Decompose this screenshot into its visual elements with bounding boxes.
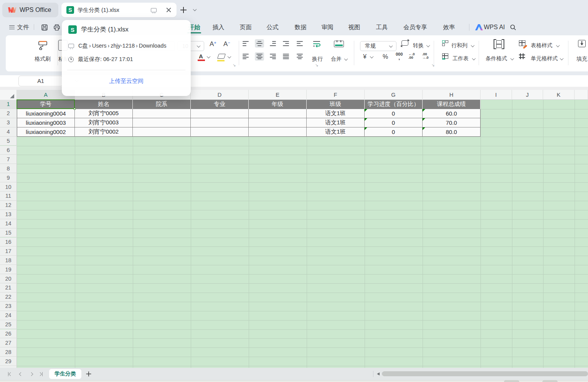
row-header-16[interactable]: 16 [0, 238, 17, 247]
row-header-15[interactable]: 15 [0, 228, 17, 238]
align-justify-icon[interactable] [281, 52, 291, 61]
row-header-11[interactable]: 11 [0, 192, 17, 201]
menu-tab-会员专享[interactable]: 会员专享 [403, 20, 427, 35]
cell-C2[interactable] [133, 109, 191, 118]
fill-label[interactable]: 填充 [576, 56, 587, 63]
fill-icon[interactable] [578, 40, 586, 47]
column-header-E[interactable]: E [249, 90, 307, 100]
row-header-14[interactable]: 14 [0, 219, 17, 228]
convert-label[interactable]: 转换 [413, 42, 424, 49]
row-header-25[interactable]: 25 [0, 320, 17, 329]
row-header-1[interactable]: 1 [0, 100, 17, 109]
rows-columns-label[interactable]: 行和列 [451, 42, 467, 49]
menu-tab-插入[interactable]: 插入 [213, 20, 225, 35]
column-header-J[interactable]: J [512, 90, 543, 100]
column-header-H[interactable]: H [423, 90, 481, 100]
cell-F2[interactable]: 语文1班 [307, 109, 365, 118]
wrap-text-icon[interactable] [312, 40, 321, 47]
cell-D4[interactable] [191, 127, 249, 137]
wrap-text-label[interactable]: 换行 [312, 56, 323, 63]
increase-decimal-icon[interactable]: ←.0.00 [408, 53, 415, 60]
row-header-22[interactable]: 22 [0, 293, 17, 302]
wps-ai-label[interactable]: WPS AI [484, 20, 505, 35]
valign-bottom-icon[interactable] [268, 39, 277, 48]
search-icon[interactable] [510, 20, 517, 35]
cell-name-box[interactable]: A1 [18, 76, 63, 86]
cell-H3[interactable]: 70.0 [423, 118, 481, 127]
number-group-expander-icon[interactable]: ↘ [431, 63, 434, 67]
align-left-icon[interactable] [241, 52, 250, 61]
row-header-21[interactable]: 21 [0, 283, 17, 293]
next-sheet-icon[interactable] [27, 368, 35, 380]
percent-format-icon[interactable]: % [383, 53, 388, 60]
align-distributed-icon[interactable] [295, 52, 304, 61]
row-header-6[interactable]: 6 [0, 146, 17, 155]
first-sheet-icon[interactable] [6, 368, 14, 380]
format-painter-icon[interactable] [37, 40, 49, 51]
wps-ai-icon[interactable] [475, 20, 483, 35]
worksheet-label[interactable]: 工作表 [453, 55, 469, 62]
cell-A2[interactable]: liuxiaoning0004 [17, 109, 75, 118]
worksheet-icon[interactable] [442, 53, 448, 59]
align-group-expander-icon[interactable]: ↘ [315, 63, 318, 67]
currency-format-icon[interactable]: ¥ [363, 53, 367, 60]
valign-middle-icon[interactable] [255, 39, 264, 48]
column-header-F[interactable]: F [307, 90, 365, 100]
dropdown-chevron-icon[interactable] [197, 44, 201, 48]
menu-tab-页面[interactable]: 页面 [240, 20, 252, 35]
row-header-7[interactable]: 7 [0, 155, 17, 164]
table-header-cell[interactable]: 院系 [133, 100, 191, 109]
wps-office-menu[interactable]: WPS Office [2, 3, 58, 17]
row-header-17[interactable]: 17 [0, 246, 17, 256]
cell-E3[interactable] [249, 118, 307, 127]
convert-icon[interactable] [401, 40, 408, 46]
add-sheet-icon[interactable] [85, 368, 92, 380]
thousands-format-icon[interactable]: 000, [396, 53, 403, 60]
row-header-2[interactable]: 2 [0, 109, 17, 118]
cell-C3[interactable] [133, 118, 191, 127]
conditional-format-icon[interactable] [494, 39, 504, 49]
align-center-icon[interactable] [255, 52, 264, 61]
sheet-tab[interactable]: 学生分类 [49, 369, 81, 379]
print-icon[interactable] [54, 20, 60, 35]
select-all-corner[interactable] [0, 90, 17, 100]
merge-cells-icon[interactable] [334, 41, 344, 47]
font-color-icon[interactable]: A [199, 53, 203, 60]
table-header-cell[interactable]: 专业 [191, 100, 249, 109]
cell-A4[interactable]: liuxiaoning0002 [17, 127, 75, 137]
row-header-10[interactable]: 10 [0, 182, 17, 192]
table-header-cell[interactable]: 班级 [307, 100, 365, 109]
row-header-29[interactable]: 29 [0, 357, 17, 366]
row-header-26[interactable]: 26 [0, 329, 17, 339]
row-header-13[interactable]: 13 [0, 210, 17, 219]
cell-A3[interactable]: liuxiaoning0003 [17, 118, 75, 127]
upload-to-cloud-link[interactable]: 上传至云空间 [62, 78, 191, 85]
decrease-font-icon[interactable]: A− [223, 40, 230, 48]
menu-tab-视图[interactable]: 视图 [349, 20, 360, 35]
save-icon[interactable] [41, 20, 48, 35]
column-header-D[interactable]: D [191, 90, 249, 100]
cell-E4[interactable] [249, 127, 307, 137]
table-style-icon[interactable] [519, 40, 525, 46]
column-header-K[interactable]: K [543, 90, 575, 100]
cell-F3[interactable]: 语文1班 [307, 118, 365, 127]
column-header-partial[interactable] [575, 90, 588, 100]
last-sheet-icon[interactable] [37, 368, 45, 380]
cell-G2[interactable]: 0 [365, 109, 423, 118]
conditional-format-label[interactable]: 条件格式 [486, 55, 507, 62]
row-header-27[interactable]: 27 [0, 338, 17, 347]
cell-H2[interactable]: 60.0 [423, 109, 481, 118]
cell-D2[interactable] [191, 109, 249, 118]
monitor-icon[interactable] [151, 8, 157, 12]
hamburger-menu-icon[interactable] [9, 20, 15, 35]
menu-tab-数据[interactable]: 数据 [295, 20, 307, 35]
table-header-cell[interactable]: 年级 [249, 100, 307, 109]
menu-file[interactable]: 文件 [17, 20, 29, 35]
menu-tab-审阅[interactable]: 审阅 [322, 20, 334, 35]
cell-style-icon[interactable] [519, 53, 525, 59]
row-header-18[interactable]: 18 [0, 256, 17, 265]
merge-cells-label[interactable]: 合并 [331, 56, 342, 63]
cell-G3[interactable]: 0 [365, 118, 423, 127]
valign-top-icon[interactable] [241, 39, 250, 48]
row-header-5[interactable]: 5 [0, 137, 17, 146]
